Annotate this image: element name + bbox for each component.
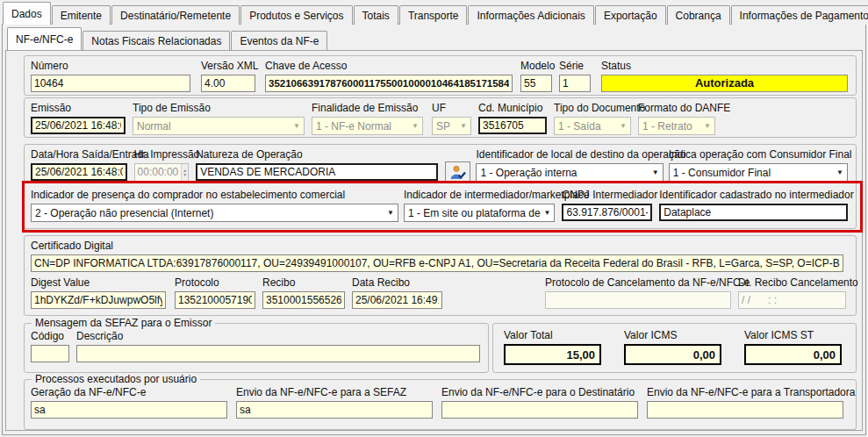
group-emissao: Emissão Tipo de Emissão Normal ▼ Finalid… — [24, 97, 857, 138]
dt-recibo-cancelamento-field — [738, 291, 846, 309]
tab-emitente[interactable]: Emitente — [52, 5, 111, 25]
consumidor-final-combo[interactable]: 1 - Consumidor Final ▼ — [669, 163, 848, 182]
local-destino-combo[interactable]: 1 - Operação interna ▼ — [476, 163, 663, 182]
modelo-field[interactable] — [520, 75, 552, 92]
descricao-field[interactable] — [76, 345, 480, 362]
indicador-intermediador-value: 1 - Em site ou plataforma de terceiros — [408, 207, 541, 219]
digest-value-field[interactable] — [31, 291, 166, 309]
id-intermediador-field[interactable] — [659, 204, 848, 221]
chevron-down-icon: ▼ — [652, 168, 659, 176]
numero-label: Número — [31, 60, 190, 72]
spinner-arrows-icon: ▲▼ — [181, 164, 188, 181]
modelo-label: Modelo — [520, 60, 552, 72]
group-operacao: Data/Hora Saída/Entrada Hr. Impressão 00… — [24, 144, 857, 229]
local-destino-value: 1 - Operação interna — [480, 167, 577, 179]
tab-informacoes-adicionais[interactable]: Informações Adicionais — [468, 5, 593, 25]
protocolo-cancelamento-label: Protocolo de Cancelamento da NF-e/NFC-e — [545, 276, 731, 289]
natureza-lookup-button[interactable] — [445, 161, 470, 183]
digest-value-label: Digest Value — [31, 276, 166, 289]
indicador-presenca-label: Indicador de presença do comprador no es… — [31, 189, 398, 201]
certificado-digital-field[interactable] — [31, 254, 843, 272]
cnpj-intermediador-field[interactable] — [562, 204, 652, 221]
data-hora-saida-label: Data/Hora Saída/Entrada — [31, 148, 127, 161]
cd-municipio-label: Cd. Município — [478, 102, 547, 114]
data-recibo-field[interactable] — [352, 291, 442, 309]
sub-tab-strip: NF-e/NFC-e Notas Fiscais Relacionadas Ev… — [7, 27, 328, 50]
numero-field[interactable] — [31, 75, 190, 92]
nfe-window: Dados Emitente Destinatário/Remetente Pr… — [0, 0, 868, 437]
emissao-field[interactable] — [31, 117, 126, 134]
valor-icms-st-label: Valor ICMS ST — [744, 329, 842, 341]
local-destino-label: Identificador de local de destino da ope… — [476, 148, 663, 161]
chave-acesso-field[interactable] — [265, 75, 513, 92]
nfe-nfce-tab-page: Número Versão XML Chave de Acesso Modelo — [5, 50, 863, 431]
recibo-field[interactable] — [262, 291, 345, 309]
tab-cobranca[interactable]: Cobrança — [667, 5, 730, 25]
tipo-emissao-combo: Normal ▼ — [133, 117, 305, 135]
tipo-emissao-label: Tipo de Emissão — [133, 102, 305, 114]
codigo-label: Código — [31, 330, 69, 342]
valor-icms-label: Valor ICMS — [624, 329, 721, 341]
versao-xml-field[interactable] — [201, 75, 255, 92]
consumidor-final-label: Indica operação com Consumidor Final — [669, 148, 848, 161]
processos-title: Processos executados por usuário — [32, 373, 200, 385]
envio-transportadora-field[interactable] — [647, 401, 843, 419]
tab-notas-fiscais-relacionadas[interactable]: Notas Fiscais Relacionadas — [82, 31, 230, 50]
consumidor-final-value: 1 - Consumidor Final — [673, 167, 771, 179]
indicador-presenca-combo[interactable]: 2 - Operação não presencial (Internet) ▼ — [31, 204, 398, 222]
finalidade-emissao-combo: 1 - NF-e Normal ▼ — [312, 117, 423, 135]
protocolo-label: Protocolo — [175, 276, 255, 289]
envio-transportadora-label: Envio da NF-e/NFC-e para a Transportador… — [647, 386, 843, 398]
tab-totais[interactable]: Totais — [354, 5, 398, 25]
cd-municipio-field[interactable] — [478, 117, 547, 134]
envio-sefaz-label: Envio da NF-e/NFC-e para a SEFAZ — [236, 386, 433, 398]
codigo-field[interactable] — [31, 345, 69, 362]
natureza-operacao-field[interactable] — [196, 163, 438, 181]
finalidade-emissao-label: Finalidade de Emissão — [312, 102, 423, 114]
hr-impressao-spinner: 00:00:00 ▲▼ — [134, 163, 190, 182]
envio-destinatario-field[interactable] — [441, 401, 638, 419]
tab-eventos-da-nfe[interactable]: Eventos da NF-e — [231, 31, 327, 50]
group-certificado: Certificado Digital Digest Value Protoco… — [24, 235, 857, 316]
formato-danfe-value: 1 - Retrato — [642, 120, 692, 133]
data-hora-saida-field[interactable] — [31, 163, 127, 181]
tab-dados[interactable]: Dados — [3, 2, 51, 25]
natureza-operacao-label: Natureza de Operação — [196, 148, 438, 161]
tipo-emissao-value: Normal — [137, 120, 171, 133]
protocolo-field[interactable] — [175, 291, 255, 309]
versao-xml-label: Versão XML — [201, 60, 255, 72]
valor-total-field — [504, 344, 601, 365]
group-identificacao: Número Versão XML Chave de Acesso Modelo — [24, 55, 857, 96]
uf-combo: SP ▼ — [432, 117, 471, 135]
formato-danfe-combo: 1 - Retrato ▼ — [638, 117, 715, 135]
dt-recibo-cancelamento-label: Dt. Recibo Cancelamento — [738, 276, 846, 289]
indicador-intermediador-combo[interactable]: 1 - Em site ou plataforma de terceiros ▼ — [404, 204, 556, 222]
tab-destinatario-remetente[interactable]: Destinatário/Remetente — [111, 5, 240, 25]
tab-exportacao[interactable]: Exportação — [595, 5, 666, 25]
serie-field[interactable] — [559, 75, 591, 92]
tab-transporte[interactable]: Transporte — [399, 5, 468, 25]
envio-sefaz-field[interactable] — [236, 401, 433, 419]
formato-danfe-label: Formato do DANFE — [638, 102, 715, 114]
chevron-down-icon: ▼ — [836, 168, 843, 176]
status-badge: Autorizada — [601, 75, 848, 92]
chevron-down-icon: ▼ — [620, 122, 627, 130]
tipo-documento-label: Tipo do Documento — [554, 102, 631, 114]
tab-produtos-servicos[interactable]: Produtos e Serviços — [240, 5, 352, 25]
descricao-label: Descrição — [76, 330, 480, 342]
chevron-down-icon: ▼ — [460, 122, 467, 130]
recibo-label: Recibo — [262, 276, 345, 289]
tab-informacoes-pagamento[interactable]: Informações de Pagamento — [731, 5, 868, 25]
cnpj-intermediador-label: CNPJ Intermediador — [562, 189, 652, 201]
geracao-nfe-field[interactable] — [31, 401, 227, 419]
valor-total-label: Valor Total — [504, 329, 601, 341]
tipo-documento-value: 1 - Saída — [558, 120, 601, 133]
tab-nfe-nfce[interactable]: NF-e/NFC-e — [7, 27, 82, 50]
group-mensagem-sefaz: Mensagem da SEFAZ para o Emissor Código … — [24, 323, 489, 373]
indicador-presenca-value: 2 - Operação não presencial (Internet) — [35, 207, 213, 219]
chevron-down-icon: ▼ — [387, 209, 394, 217]
uf-label: UF — [432, 102, 471, 114]
certificado-digital-label: Certificado Digital — [31, 240, 843, 252]
protocolo-cancelamento-field — [545, 291, 731, 309]
person-check-icon — [449, 165, 466, 180]
